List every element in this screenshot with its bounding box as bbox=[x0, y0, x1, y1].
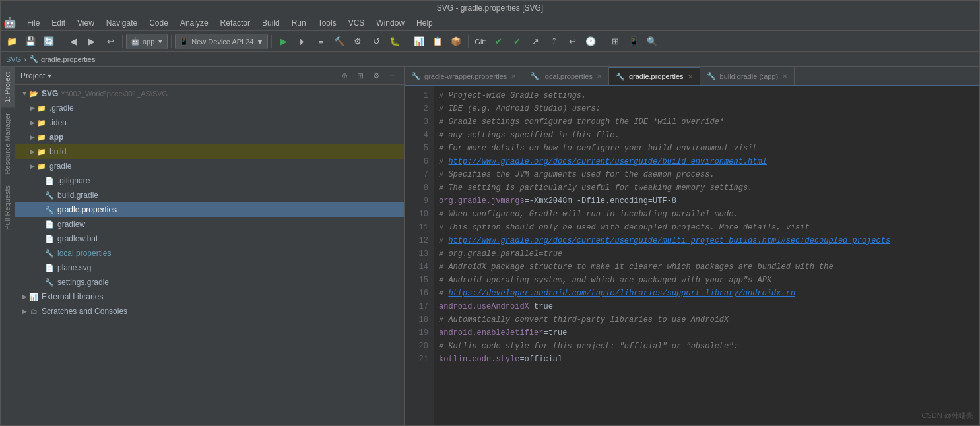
tab-gradle-wrapper[interactable]: 🔧 gradle-wrapper.properties ✕ bbox=[405, 67, 523, 85]
settings-gradle-icon: 🔧 bbox=[44, 277, 55, 288]
panel-settings-btn[interactable]: ⚙ bbox=[370, 69, 383, 82]
menu-edit[interactable]: Edit bbox=[46, 17, 71, 29]
tree-arrow-gradle-hidden: ▶ bbox=[28, 105, 36, 111]
toolbar-apk-btn[interactable]: 📦 bbox=[447, 33, 465, 50]
toolbar-gradle-btn[interactable]: ⚙ bbox=[349, 33, 366, 50]
menu-run[interactable]: Run bbox=[286, 17, 311, 29]
tree-item-settings-gradle[interactable]: 🔧 settings.gradle bbox=[15, 275, 404, 289]
tree-item-plane-svg[interactable]: 📄 plane.svg bbox=[15, 260, 404, 275]
menu-view[interactable]: View bbox=[72, 17, 100, 29]
tab-close-local-props[interactable]: ✕ bbox=[597, 73, 602, 80]
ln-16: 16 bbox=[405, 287, 434, 300]
side-tab-project[interactable]: 1: Project bbox=[1, 67, 15, 107]
code-line-12: # http://www.gradle.org/docs/current/use… bbox=[439, 234, 974, 247]
git-push-btn[interactable]: ↗ bbox=[527, 33, 544, 50]
tab-gradle-props[interactable]: 🔧 gradle.properties ✕ bbox=[609, 67, 700, 85]
device-dropdown[interactable]: 📱 New Device API 24 ▼ bbox=[175, 34, 268, 49]
toolbar-list-btn[interactable]: ≡ bbox=[312, 33, 329, 50]
toolbar-fwd-btn[interactable]: ▶ bbox=[83, 33, 100, 50]
tree-item-gitignore[interactable]: 📄 .gitignore bbox=[15, 173, 404, 188]
toolbar-recent-btn[interactable]: ↩ bbox=[102, 33, 119, 50]
code-line-18: # Automatically convert third-party libr… bbox=[439, 313, 974, 326]
menu-analyze[interactable]: Analyze bbox=[175, 17, 214, 29]
breadcrumb-svg[interactable]: SVG bbox=[6, 55, 21, 63]
git-commit-btn[interactable]: ✔ bbox=[508, 33, 525, 50]
tree-item-idea[interactable]: ▶ 📁 .idea bbox=[15, 115, 404, 130]
menu-tools[interactable]: Tools bbox=[313, 17, 342, 29]
menu-vcs[interactable]: VCS bbox=[343, 17, 370, 29]
tree-item-gradlew[interactable]: 📄 gradlew bbox=[15, 217, 404, 231]
side-tab-pull-requests[interactable]: Pull Requests bbox=[1, 180, 15, 235]
ln-5: 5 bbox=[405, 142, 434, 155]
tree-label-gradle-dir: gradle bbox=[49, 162, 71, 171]
tree-item-gradle-properties[interactable]: 🔧 gradle.properties bbox=[15, 202, 404, 217]
tree-item-local-properties[interactable]: 🔧 local.properties bbox=[15, 246, 404, 260]
tab-close-gradle-wrapper[interactable]: ✕ bbox=[511, 73, 516, 80]
breadcrumb-file[interactable]: gradle.properties bbox=[41, 55, 96, 63]
run-btn[interactable]: ▶ bbox=[275, 33, 292, 50]
tree-item-svg-root[interactable]: ▼ 📂 SVG Y:\002_WorkSpace\001_AS\SVG bbox=[15, 86, 404, 101]
scratches-icon: 🗂 bbox=[28, 306, 39, 317]
git-revert-btn[interactable]: ↩ bbox=[564, 33, 581, 50]
code-line-11: # This option should only be used with d… bbox=[439, 221, 974, 234]
tree-item-gradle-hidden[interactable]: ▶ 📁 .gradle bbox=[15, 101, 404, 115]
svg-file-icon: 📄 bbox=[44, 262, 55, 273]
tree-item-build[interactable]: ▶ 📁 build bbox=[15, 144, 404, 159]
toolbar-history-btn[interactable]: ↺ bbox=[368, 33, 385, 50]
toolbar-save-btn[interactable]: 💾 bbox=[22, 33, 39, 50]
toolbar-build-btn[interactable]: 🔨 bbox=[331, 33, 348, 50]
git-history-btn[interactable]: 🕐 bbox=[582, 33, 599, 50]
tab-build-gradle-app[interactable]: 🔧 build.gradle (:app) ✕ bbox=[700, 67, 795, 85]
toolbar-device-manager-btn[interactable]: 📱 bbox=[625, 33, 642, 50]
toolbar-open-btn[interactable]: 📁 bbox=[3, 33, 20, 50]
tree-item-ext-libs[interactable]: ▶ 📊 External Libraries bbox=[15, 289, 404, 304]
local-props-icon: 🔧 bbox=[44, 248, 55, 259]
toolbar-debug-btn[interactable]: 🐛 bbox=[386, 33, 403, 50]
panel-filter-btn[interactable]: ⊞ bbox=[354, 69, 367, 82]
tab-close-build-gradle-app[interactable]: ✕ bbox=[782, 73, 787, 80]
toolbar-sync-btn[interactable]: 🔄 bbox=[40, 33, 57, 50]
tree-item-scratches[interactable]: ▶ 🗂 Scratches and Consoles bbox=[15, 304, 404, 319]
folder-icon: 📁 bbox=[36, 146, 47, 157]
menu-refactor[interactable]: Refactor bbox=[215, 17, 255, 29]
toolbar-copy-btn[interactable]: 📋 bbox=[429, 33, 446, 50]
panel-close-btn[interactable]: − bbox=[385, 69, 399, 82]
panel-header: Project ▾ ⊕ ⊞ ⚙ − bbox=[15, 67, 404, 85]
tree-label-build-gradle: build.gradle bbox=[57, 191, 98, 200]
tree-arrow-app: ▶ bbox=[28, 134, 36, 140]
panel-title: Project ▾ bbox=[20, 71, 335, 80]
toolbar-back-btn[interactable]: ◀ bbox=[65, 33, 82, 50]
window-title: SVG - gradle.properties [SVG] bbox=[6, 3, 974, 13]
menu-help[interactable]: Help bbox=[411, 17, 438, 29]
project-panel: Project ▾ ⊕ ⊞ ⚙ − ▼ 📂 SVG Y:\002_WorkSpa… bbox=[15, 67, 405, 425]
toolbar-run2-btn[interactable]: ⏵ bbox=[294, 33, 311, 50]
tab-close-gradle-props[interactable]: ✕ bbox=[688, 73, 693, 80]
tree-item-build-gradle[interactable]: 🔧 build.gradle bbox=[15, 188, 404, 202]
menu-file[interactable]: File bbox=[22, 17, 45, 29]
tree-item-gradlew-bat[interactable]: 📄 gradlew.bat bbox=[15, 231, 404, 246]
git-stash-btn[interactable]: ⤴ bbox=[545, 33, 562, 50]
menu-code[interactable]: Code bbox=[144, 17, 174, 29]
tab-local-props[interactable]: 🔧 local.properties ✕ bbox=[523, 67, 609, 85]
tree-item-app[interactable]: ▶ 📁 app bbox=[15, 130, 404, 144]
git-update-btn[interactable]: ✔ bbox=[490, 33, 507, 50]
chevron-down-icon: ▼ bbox=[157, 38, 163, 45]
toolbar-layout-btn[interactable]: ⊞ bbox=[606, 33, 624, 50]
app-module-dropdown[interactable]: 🤖 app ▼ bbox=[126, 34, 168, 49]
side-tab-resource-manager[interactable]: Resource Manager bbox=[1, 107, 15, 180]
toolbar-search-btn[interactable]: 🔍 bbox=[643, 33, 661, 50]
ln-13: 13 bbox=[405, 247, 434, 260]
panel-gear-btn[interactable]: ⊕ bbox=[338, 69, 351, 82]
code-content[interactable]: # Project-wide Gradle settings. # IDE (e… bbox=[434, 86, 979, 425]
tree-label-scratches: Scratches and Consoles bbox=[42, 307, 127, 316]
watermark: CSDN @韩曙亮 bbox=[922, 411, 973, 421]
tree-item-gradle-dir[interactable]: ▶ 📁 gradle bbox=[15, 159, 404, 173]
gradlew-bat-icon: 📄 bbox=[44, 233, 55, 244]
folder-icon: 📁 bbox=[36, 161, 47, 171]
menu-build[interactable]: Build bbox=[257, 17, 285, 29]
menu-window[interactable]: Window bbox=[371, 17, 410, 29]
menu-navigate[interactable]: Navigate bbox=[101, 17, 143, 29]
toolbar-profile-btn[interactable]: 📊 bbox=[410, 33, 428, 50]
ln-14: 14 bbox=[405, 260, 434, 274]
tab-icon-local-props: 🔧 bbox=[530, 72, 539, 80]
